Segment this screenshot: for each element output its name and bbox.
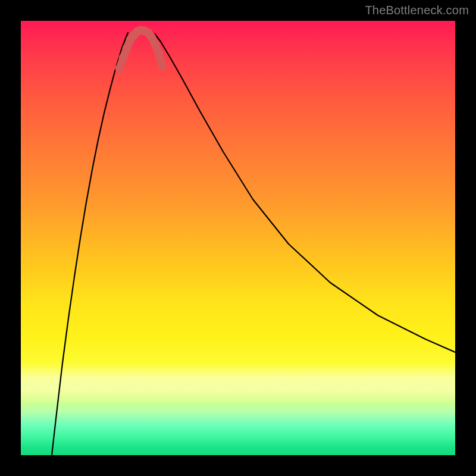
curve-group [52, 26, 455, 456]
watermark-text: TheBottleneck.com [365, 4, 469, 17]
dip-bead [123, 44, 131, 53]
dip-bead [119, 54, 128, 62]
dip-bead [151, 40, 160, 49]
curves-svg [21, 21, 455, 455]
chart-frame: TheBottleneck.com [0, 0, 476, 476]
dip-bead [115, 64, 124, 73]
dip-bead [155, 50, 164, 59]
dip-bead [158, 62, 167, 71]
series-right-branch [155, 34, 455, 352]
plot-area [21, 21, 455, 455]
series-left-branch [52, 33, 128, 455]
